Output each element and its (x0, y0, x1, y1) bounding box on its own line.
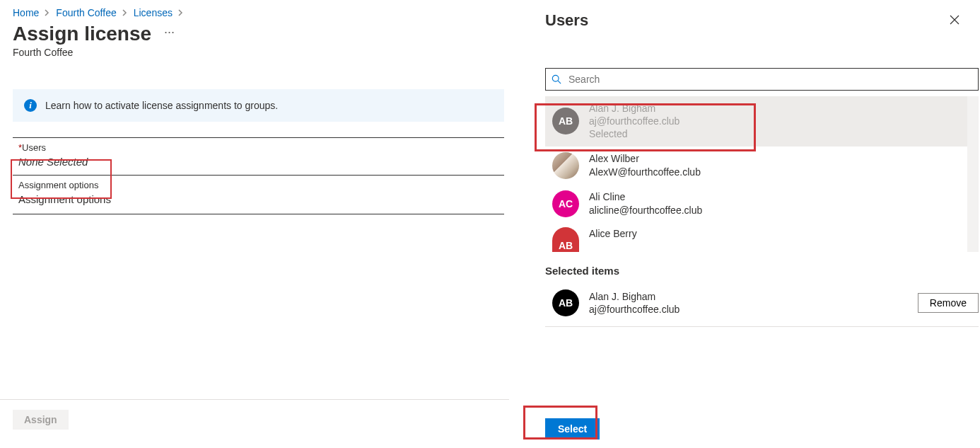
user-email: aj@fourthcoffee.club (589, 303, 918, 316)
svg-point-0 (552, 75, 559, 81)
panel-title: Users (545, 11, 588, 30)
user-info: Alan J. Bigham aj@fourthcoffee.club Sele… (589, 102, 679, 141)
panel-footer: Select (545, 418, 600, 440)
assign-button[interactable]: Assign (13, 410, 69, 430)
avatar: AB (552, 227, 579, 252)
user-email: aj@fourthcoffee.club (589, 115, 679, 127)
footer-bar: Assign (0, 399, 509, 430)
user-info: Alice Berry (589, 227, 637, 240)
page-title: Assign license (13, 23, 151, 45)
more-actions-button[interactable]: ··· (164, 25, 175, 42)
page-subtitle: Fourth Coffee (13, 47, 509, 58)
info-banner-text: Learn how to activate license assignment… (45, 100, 278, 111)
user-name: Ali Cline (589, 190, 702, 203)
info-icon: i (24, 99, 37, 112)
info-banner[interactable]: i Learn how to activate license assignme… (13, 89, 504, 122)
user-email: alicline@fourthcoffee.club (589, 204, 702, 217)
user-name: Alex Wilber (589, 152, 701, 165)
breadcrumb: Home Fourth Coffee Licenses (13, 7, 509, 18)
search-box[interactable] (545, 68, 979, 91)
avatar: AB (552, 108, 579, 134)
page-header: Assign license ··· (13, 23, 509, 45)
scroll-up-button[interactable]: ▲ (967, 96, 979, 108)
user-selected-label: Selected (589, 127, 679, 140)
users-field[interactable]: *Users None Selected (13, 137, 504, 176)
user-info: Ali Cline alicline@fourthcoffee.club (589, 190, 702, 216)
user-name: Alan J. Bigham (589, 102, 679, 115)
main-content: Home Fourth Coffee Licenses Assign licen… (0, 0, 509, 448)
user-list: ▲ ▼ AB Alan J. Bigham aj@fourthcoffee.cl… (545, 96, 979, 252)
assignment-options-label: Assignment options (18, 180, 498, 190)
chevron-right-icon (122, 9, 128, 16)
user-email: AlexW@fourthcoffee.club (589, 166, 701, 178)
svg-line-1 (558, 81, 561, 84)
assignment-options-value: Assignment options (18, 193, 498, 205)
selected-items-title: Selected items (545, 265, 963, 277)
panel-header: Users (545, 11, 963, 30)
avatar: AB (552, 289, 579, 316)
breadcrumb-home[interactable]: Home (13, 7, 39, 18)
chevron-right-icon (178, 9, 184, 16)
avatar (552, 152, 579, 179)
close-icon (949, 14, 960, 25)
user-name: Alice Berry (589, 227, 637, 240)
scrollbar-thumb[interactable] (969, 109, 979, 134)
user-row[interactable]: AB Alan J. Bigham aj@fourthcoffee.club S… (545, 96, 967, 147)
chevron-right-icon (45, 9, 50, 16)
select-button[interactable]: Select (545, 418, 600, 440)
user-row[interactable]: Alex Wilber AlexW@fourthcoffee.club (545, 147, 967, 185)
breadcrumb-licenses[interactable]: Licenses (134, 7, 173, 18)
form-fields: *Users None Selected Assignment options … (13, 137, 504, 214)
search-icon (552, 74, 561, 84)
user-info: Alex Wilber AlexW@fourthcoffee.club (589, 152, 701, 178)
user-row[interactable]: AB Alice Berry (545, 223, 967, 252)
avatar: AC (552, 190, 579, 217)
users-panel: Users ▲ ▼ AB Alan J. Bigham aj@fourthcof… (527, 0, 980, 448)
scroll-down-button[interactable]: ▼ (967, 241, 979, 252)
search-input[interactable] (567, 69, 972, 89)
selected-items-list: AB Alan J. Bigham aj@fourthcoffee.club R… (545, 284, 979, 327)
selected-item-row: AB Alan J. Bigham aj@fourthcoffee.club R… (545, 284, 979, 326)
user-name: Alan J. Bigham (589, 290, 918, 303)
user-info: Alan J. Bigham aj@fourthcoffee.club (589, 290, 918, 316)
assignment-options-field[interactable]: Assignment options Assignment options (13, 176, 504, 214)
close-button[interactable] (946, 11, 963, 28)
breadcrumb-tenant[interactable]: Fourth Coffee (56, 7, 116, 18)
user-row[interactable]: AC Ali Cline alicline@fourthcoffee.club (545, 185, 967, 223)
remove-button[interactable]: Remove (918, 293, 979, 313)
users-field-label: *Users (18, 142, 498, 153)
users-field-value: None Selected (18, 156, 498, 168)
